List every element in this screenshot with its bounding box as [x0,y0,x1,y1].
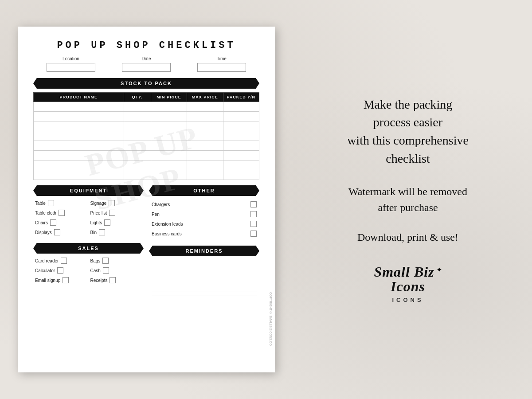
reminder-line [152,296,257,296]
tagline-line4: checklist [386,152,430,165]
brand-area: Small Biz ✦ Icons ICONS [374,264,442,303]
list-item: Table cloth [35,208,87,217]
other-list: Chargers Pen Extension leads Business ca… [149,196,259,242]
table-row [34,131,259,141]
list-item: Business cards [151,229,258,239]
table-row [34,141,259,151]
checkbox[interactable] [104,219,110,226]
stock-table: PRODUCT NAME QTY. MIN PRICE MAX PRICE PA… [33,92,259,180]
checkbox[interactable] [250,211,257,217]
table-row [34,170,259,180]
item-label: Table [35,201,46,206]
watermark-note-line2: after purchase [378,202,438,213]
other-col: OTHER Chargers Pen Extension leads [149,185,259,300]
main-tagline: Make the packing process easier with thi… [347,96,469,168]
reminder-line [152,292,257,292]
item-label: Business cards [152,231,182,236]
col-min: MIN PRICE [151,93,187,102]
bottom-sections: EQUIPMENT Table Signage Table cloth [33,185,259,300]
reminder-line [152,288,257,288]
star-icon: ✦ [436,266,442,274]
brand-name-part1: Small Biz [374,264,434,280]
item-label: Bags [90,258,101,263]
list-item: Bags [90,256,142,265]
checkbox[interactable] [102,258,109,264]
checkbox[interactable] [109,210,115,216]
location-label: Location [63,56,79,61]
brand-sub: ICONS [392,297,423,303]
table-row [34,151,259,160]
item-label: Signage [90,201,107,206]
col-packed: PACKED Y/N [223,93,259,102]
page-container: POP UP SHOP CHECKLIST Location Date Time… [0,0,532,399]
col-max: MAX PRICE [187,93,223,102]
list-item: Pen [151,209,258,219]
date-field: Date [122,56,171,72]
checkbox[interactable] [63,277,69,283]
item-label: Receipts [90,278,108,283]
checkbox[interactable] [250,201,257,207]
item-label: Displays [35,230,52,235]
list-item: Lights [90,218,142,227]
reminder-line [152,272,257,272]
checkbox[interactable] [103,267,109,274]
time-label: Time [217,56,227,61]
checkbox[interactable] [61,258,67,264]
doc-preview: POP UP SHOP CHECKLIST Location Date Time… [18,27,275,372]
table-row [34,121,259,131]
item-label: Chargers [152,202,170,207]
equipment-header: EQUIPMENT [33,185,144,196]
item-label: Cash [90,268,101,273]
tagline-line2: process easier [373,115,442,129]
reminders-lines [149,256,259,300]
reminder-line [152,268,257,268]
tagline-line3: with this comprehensive [347,133,469,147]
reminder-line [152,284,257,284]
checkbox[interactable] [54,229,60,235]
doc-title: POP UP SHOP CHECKLIST [33,40,259,51]
item-label: Calculator [35,268,55,273]
col-qty: QTY. [124,93,151,102]
date-box[interactable] [122,63,171,72]
list-item: Receipts [90,276,142,285]
checkbox[interactable] [250,231,257,237]
checkbox[interactable] [110,277,116,283]
item-label: Extension leads [152,222,183,227]
list-item: Price list [90,208,142,217]
reminders-header: REMINDERS [149,246,259,256]
checkbox[interactable] [48,200,54,206]
list-item: Table [35,199,87,207]
item-label: Table cloth [35,211,56,215]
list-item: Extension leads [151,219,258,229]
item-label: Lights [90,220,102,225]
table-row [34,112,259,121]
checkbox[interactable] [250,221,257,227]
location-field: Location [47,56,95,72]
checkbox[interactable] [59,210,65,216]
list-item: Bin [90,228,142,237]
checkbox[interactable] [50,219,56,226]
list-item: Card reader [35,256,87,265]
list-item: Chargers [151,200,258,209]
download-note: Download, print & use! [357,231,458,243]
checkbox[interactable] [99,229,105,235]
checkbox[interactable] [109,200,115,206]
time-box[interactable] [197,63,246,72]
checkbox[interactable] [57,267,63,274]
col-product: PRODUCT NAME [34,93,124,102]
equipment-col: EQUIPMENT Table Signage Table cloth [33,185,144,300]
equipment-list: Table Signage Table cloth Price list [33,196,144,239]
item-label: Price list [90,211,107,215]
item-label: Card reader [35,258,59,263]
brand-name-part2: Icons [391,278,425,295]
item-label: Email signup [35,278,60,283]
list-item: Signage [90,199,142,207]
item-label: Chairs [35,220,48,225]
copyright-note: COPYRIGHT © SMALLBIZICONS.CO [269,292,272,346]
table-row [34,102,259,112]
doc-fields-row: Location Date Time [33,56,259,72]
list-item: Calculator [35,266,87,275]
location-box[interactable] [47,63,95,72]
list-item: Cash [90,266,142,275]
list-item: Displays [35,228,87,237]
